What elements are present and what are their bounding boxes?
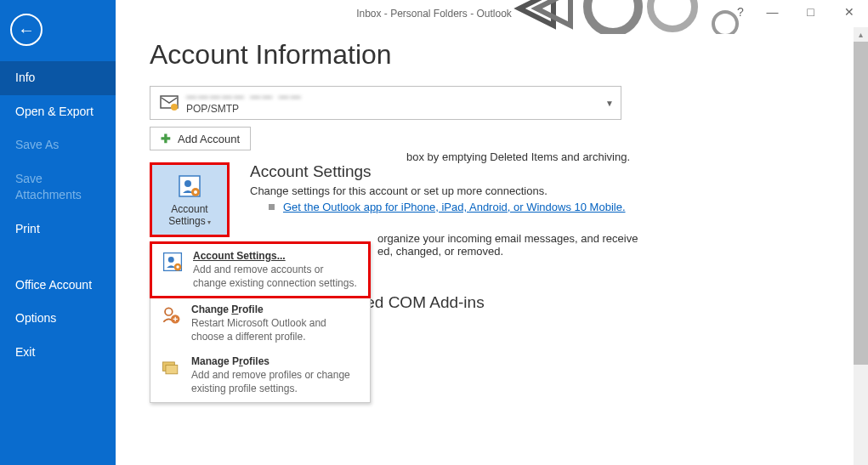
sidebar-item-print[interactable]: Print	[0, 213, 116, 247]
svg-point-10	[168, 257, 174, 263]
folders-icon	[159, 355, 183, 379]
sidebar-item-save-as: Save As	[0, 128, 116, 162]
menu-item-manage-profiles[interactable]: Manage Profiles Add and remove profiles …	[150, 349, 370, 401]
rules-partial-text-2: ed, changed, or removed.	[377, 245, 834, 258]
back-button[interactable]: ←	[10, 14, 43, 46]
account-selector[interactable]: ————— —— —— POP/SMTP ▼	[150, 86, 621, 120]
sidebar: ← Info Open & Export Save As Save Attach…	[0, 0, 116, 465]
menu-item-account-settings[interactable]: Account Settings... Add and remove accou…	[150, 241, 371, 298]
get-outlook-app-link[interactable]: Get the Outlook app for iPhone, iPad, An…	[283, 201, 626, 213]
account-settings-menu: Account Settings... Add and remove accou…	[150, 241, 371, 403]
sidebar-item-exit[interactable]: Exit	[0, 336, 116, 370]
svg-point-6	[184, 180, 191, 187]
sidebar-item-open-export[interactable]: Open & Export	[0, 95, 116, 129]
back-arrow-icon: ←	[18, 20, 35, 40]
account-settings-desc: Change settings for this account or set …	[250, 184, 834, 197]
content-area: Account Information ————— —— —— POP/SMTP…	[116, 27, 868, 465]
menu-item-title: Change Profile	[191, 303, 361, 315]
menu-item-desc: Restart Microsoft Outlook and choose a d…	[191, 317, 361, 343]
plus-icon: ✚	[161, 132, 171, 145]
scroll-up-arrow[interactable]: ▴	[854, 27, 868, 42]
menu-item-title: Account Settings...	[193, 250, 360, 262]
scroll-thumb[interactable]	[854, 42, 868, 365]
window-title: Inbox - Personal Folders - Outlook	[356, 8, 512, 20]
maximize-button[interactable]: □	[791, 0, 830, 24]
page-title: Account Information	[150, 39, 834, 71]
account-settings-heading: Account Settings	[250, 162, 834, 181]
account-settings-section: Account Settings▾ Account Settings Chang…	[150, 162, 834, 237]
bullet-icon	[269, 204, 275, 210]
window-controls: ? — □ ✕	[728, 0, 868, 24]
sidebar-item-office-account[interactable]: Office Account	[0, 269, 116, 303]
tile-label: Account Settings▾	[168, 203, 210, 228]
help-button[interactable]: ?	[728, 0, 753, 24]
dropdown-caret-icon: ▼	[605, 99, 614, 108]
titlebar: Inbox - Personal Folders - Outlook ? — □…	[0, 0, 868, 27]
account-settings-tile[interactable]: Account Settings▾	[150, 162, 230, 237]
svg-point-1	[650, 0, 695, 29]
vertical-scrollbar[interactable]: ▴	[854, 27, 868, 465]
menu-item-desc: Add and remove profiles or change existi…	[191, 369, 361, 395]
add-account-button[interactable]: ✚ Add Account	[150, 127, 251, 150]
account-name: ————— —— ——	[186, 91, 303, 103]
menu-item-change-profile[interactable]: Change Profile Restart Microsoft Outlook…	[150, 298, 370, 349]
svg-point-8	[194, 190, 197, 194]
add-account-label: Add Account	[178, 133, 240, 145]
person-gear-icon	[176, 173, 203, 200]
minimize-button[interactable]: —	[753, 0, 791, 24]
close-button[interactable]: ✕	[830, 0, 868, 24]
svg-point-13	[165, 309, 173, 316]
svg-rect-16	[166, 366, 178, 374]
menu-item-title: Manage Profiles	[191, 355, 361, 367]
sidebar-item-info[interactable]: Info	[0, 61, 116, 95]
mailbox-icon	[157, 91, 181, 115]
svg-point-12	[176, 265, 179, 268]
profile-switch-icon	[159, 303, 183, 327]
account-protocol: POP/SMTP	[186, 103, 303, 115]
person-gear-icon	[161, 250, 184, 274]
svg-point-4	[171, 104, 178, 111]
sidebar-item-save-attachments: Save Attachments	[0, 162, 116, 213]
sidebar-item-options[interactable]: Options	[0, 302, 116, 336]
menu-item-desc: Add and remove accounts or change existi…	[193, 264, 360, 290]
